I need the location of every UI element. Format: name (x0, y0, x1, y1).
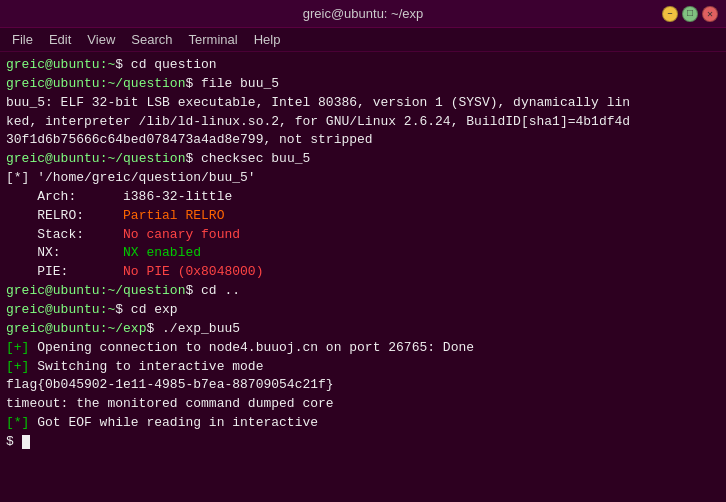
minimize-button[interactable]: – (662, 6, 678, 22)
menu-edit[interactable]: Edit (41, 30, 79, 49)
terminal-line: [*] '/home/greic/question/buu_5' (6, 169, 720, 188)
terminal-line: buu_5: ELF 32-bit LSB executable, Intel … (6, 94, 720, 113)
terminal-line: NX: NX enabled (6, 244, 720, 263)
terminal-line: 30f1d6b75666c64bed078473a4ad8e799, not s… (6, 131, 720, 150)
maximize-button[interactable]: □ (682, 6, 698, 22)
prompt-user: greic@ubuntu (6, 302, 100, 317)
prompt-path: :~/exp (100, 321, 147, 336)
terminal-line: Stack: No canary found (6, 226, 720, 245)
terminal-line: greic@ubuntu:~$ cd exp (6, 301, 720, 320)
menu-file[interactable]: File (4, 30, 41, 49)
terminal-line: [*] Got EOF while reading in interactive (6, 414, 720, 433)
prompt-dollar: $ (115, 57, 123, 72)
terminal-line: ked, interpreter /lib/ld-linux.so.2, for… (6, 113, 720, 132)
cmd-text: file buu_5 (193, 76, 279, 91)
prompt-path: :~/question (100, 76, 186, 91)
prompt-path: :~/question (100, 151, 186, 166)
terminal-line: greic@ubuntu:~/question$ checksec buu_5 (6, 150, 720, 169)
cmd-text: cd .. (193, 283, 240, 298)
prompt-user: greic@ubuntu (6, 151, 100, 166)
menubar: File Edit View Search Terminal Help (0, 28, 726, 52)
close-button[interactable]: ✕ (702, 6, 718, 22)
prompt-user: greic@ubuntu (6, 57, 100, 72)
terminal-line: timeout: the monitored command dumped co… (6, 395, 720, 414)
menu-view[interactable]: View (79, 30, 123, 49)
prompt-user: greic@ubuntu (6, 76, 100, 91)
prompt-path: :~ (100, 302, 116, 317)
terminal-line: Arch: i386-32-little (6, 188, 720, 207)
menu-help[interactable]: Help (246, 30, 289, 49)
prompt-path: :~ (100, 57, 116, 72)
terminal-line: RELRO: Partial RELRO (6, 207, 720, 226)
cursor (22, 435, 30, 449)
titlebar: greic@ubuntu: ~/exp – □ ✕ (0, 0, 726, 28)
menu-terminal[interactable]: Terminal (181, 30, 246, 49)
menu-search[interactable]: Search (123, 30, 180, 49)
terminal-line: greic@ubuntu:~/question$ cd .. (6, 282, 720, 301)
prompt-dollar: $ (115, 302, 123, 317)
terminal-line: [+] Opening connection to node4.buuoj.cn… (6, 339, 720, 358)
prompt-user: greic@ubuntu (6, 321, 100, 336)
cmd-text: checksec buu_5 (193, 151, 310, 166)
titlebar-controls: – □ ✕ (662, 6, 718, 22)
terminal-line: greic@ubuntu:~$ cd question (6, 56, 720, 75)
prompt-user: greic@ubuntu (6, 283, 100, 298)
terminal-line: PIE: No PIE (0x8048000) (6, 263, 720, 282)
terminal-cursor-line: $ (6, 433, 720, 452)
terminal-line: greic@ubuntu:~/question$ file buu_5 (6, 75, 720, 94)
terminal-line: greic@ubuntu:~/exp$ ./exp_buu5 (6, 320, 720, 339)
cmd-text: cd exp (123, 302, 178, 317)
terminal-line: [+] Switching to interactive mode (6, 358, 720, 377)
terminal[interactable]: greic@ubuntu:~$ cd question greic@ubuntu… (0, 52, 726, 502)
prompt-path: :~/question (100, 283, 186, 298)
cmd-text: ./exp_buu5 (154, 321, 240, 336)
cmd-text: cd question (123, 57, 217, 72)
titlebar-title: greic@ubuntu: ~/exp (303, 6, 424, 21)
flag-line: flag{0b045902-1e11-4985-b7ea-88709054c21… (6, 376, 720, 395)
